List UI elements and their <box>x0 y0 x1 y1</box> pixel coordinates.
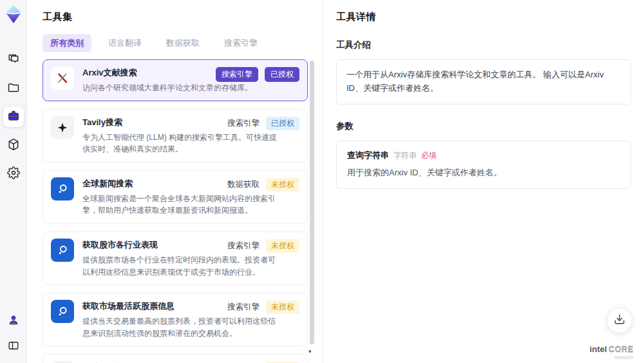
gear-icon <box>7 166 20 181</box>
category-label: 搜索引擎 <box>227 118 260 129</box>
sidebar-bottom <box>3 310 24 357</box>
scroll-down-arrow[interactable]: ▾ <box>308 349 312 355</box>
tool-card-sector-performance[interactable]: 获取股市各行业表现 提供股票市场各个行业在特定时间段内的表现。投资者可以利用这些… <box>43 231 308 285</box>
tool-list: Arxiv文献搜索 访问各个研究领域大量科学论文和文章的存储库。 搜索引擎 已授… <box>43 59 308 363</box>
tool-card-tavily[interactable]: Tavily搜索 专为人工智能代理 (LLM) 构建的搜索引擎工具。可快速提供实… <box>43 109 308 162</box>
sparkle-icon <box>51 116 74 139</box>
category-tabs: 所有类别 语言翻译 数据获取 搜索引擎 <box>43 34 323 52</box>
panel-toggle[interactable] <box>3 336 24 357</box>
category-badge: 搜索引擎 <box>216 67 258 82</box>
intro-text: 一个用于从Arxiv存储库搜索科学论文和文章的工具。 输入可以是Arxiv ID… <box>346 70 603 93</box>
brand-primary: intel <box>590 344 607 354</box>
brand-watermark <box>614 356 634 359</box>
sidebar <box>0 0 27 363</box>
status-badge: 未授权 <box>266 178 299 191</box>
tool-description: 专为人工智能代理 (LLM) 构建的搜索引擎工具。可快速提供实时、准确和真实的结… <box>82 132 277 155</box>
tab-data-fetching[interactable]: 数据获取 <box>158 34 207 52</box>
scrollbar[interactable]: ▾ <box>310 57 314 360</box>
intro-box: 一个用于从Arxiv存储库搜索科学论文和文章的工具。 输入可以是Arxiv ID… <box>336 59 631 104</box>
tab-language-translation[interactable]: 语言翻译 <box>100 34 149 52</box>
param-description: 用于搜索的Arxiv ID、关键字或作者姓名。 <box>347 167 620 179</box>
sidebar-nav <box>3 50 24 184</box>
status-badge: 未授权 <box>266 239 299 253</box>
sidebar-item-packages[interactable] <box>3 135 24 155</box>
toolset-title: 工具集 <box>27 0 323 23</box>
tab-search-engine[interactable]: 搜索引擎 <box>216 34 265 52</box>
param-name: 查询字符串 <box>347 150 389 161</box>
param-required-flag: 必填 <box>421 150 437 161</box>
category-label: 搜索引擎 <box>227 302 260 313</box>
sidebar-item-settings[interactable] <box>3 163 24 184</box>
details-panel: 工具详情 工具介绍 一个用于从Arxiv存储库搜索科学论文和文章的工具。 输入可… <box>323 0 644 363</box>
param-type: 字符串 <box>393 150 417 161</box>
tool-card-global-news[interactable]: 全球新闻搜索 全球新闻搜索是一个聚合全球各大新闻网站内容的搜索引擎，帮助用户快速… <box>43 170 308 224</box>
brand-secondary: core <box>609 345 634 354</box>
tool-description: 访问各个研究领域大量科学论文和文章的存储库。 <box>82 82 277 94</box>
news-search-icon <box>51 177 74 201</box>
user-icon <box>8 314 19 328</box>
chat-icon <box>7 53 20 68</box>
tool-description: 提供当天交易量最高的股票列表，投资者可以利用这些信息来识别流动性强的股票和潜在的… <box>82 315 277 339</box>
category-label: 搜索引擎 <box>227 240 260 251</box>
app-logo-icon[interactable] <box>4 5 23 24</box>
tool-description: 全球新闻搜索是一个聚合全球各大新闻网站内容的搜索引擎，帮助用户快速获取全球最新资… <box>82 193 277 217</box>
cube-icon <box>7 138 20 153</box>
news-search-icon <box>51 239 74 262</box>
user-avatar[interactable] <box>3 310 24 331</box>
panel-toggle-icon <box>8 340 19 353</box>
arxiv-logo-icon <box>51 66 74 90</box>
category-label: 数据获取 <box>227 179 260 190</box>
status-badge: 未授权 <box>266 300 299 314</box>
folder-icon <box>7 81 20 96</box>
tool-card-regional-news[interactable]: 万维地区新闻查询 查询具体行政区划内的新闻，快速了解各地新闻动 搜索引擎 未授权 <box>43 354 308 363</box>
sidebar-item-chat[interactable] <box>3 50 24 70</box>
tab-all-categories[interactable]: 所有类别 <box>43 34 91 52</box>
param-box: 查询字符串 字符串 必填 用于搜索的Arxiv ID、关键字或作者姓名。 <box>336 141 631 189</box>
status-badge: 已授权 <box>266 117 299 130</box>
params-heading: 参数 <box>336 121 631 132</box>
download-button[interactable] <box>607 308 632 333</box>
sidebar-item-tools[interactable] <box>3 106 24 127</box>
details-title: 工具详情 <box>323 0 644 23</box>
briefcase-icon <box>7 110 20 124</box>
scrollbar-thumb[interactable] <box>310 61 314 344</box>
status-badge: 已授权 <box>265 67 299 82</box>
news-search-icon <box>51 300 74 323</box>
tool-card-arxiv[interactable]: Arxiv文献搜索 访问各个研究领域大量科学论文和文章的存储库。 搜索引擎 已授… <box>43 59 308 101</box>
intro-heading: 工具介绍 <box>336 39 631 51</box>
tool-description: 提供股票市场各个行业在特定时间段内的表现。投资者可以利用这些信息来识别表现优于或… <box>82 254 277 278</box>
sidebar-item-files[interactable] <box>3 78 24 99</box>
tool-card-most-active-stocks[interactable]: 获取市场最活跃股票信息 提供当天交易量最高的股票列表，投资者可以利用这些信息来识… <box>43 293 308 346</box>
toolset-panel: 工具集 所有类别 语言翻译 数据获取 搜索引擎 Arxiv文献搜索 访问各个研究… <box>27 0 323 363</box>
app-window: 工具集 所有类别 语言翻译 数据获取 搜索引擎 Arxiv文献搜索 访问各个研究… <box>0 0 644 363</box>
intel-core-logo: intel core <box>590 344 634 354</box>
download-icon <box>614 313 625 328</box>
